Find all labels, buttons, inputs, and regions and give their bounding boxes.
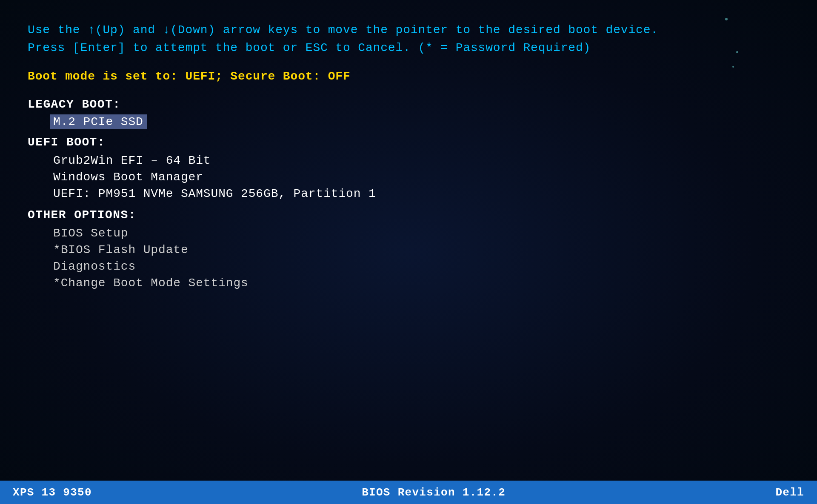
other-option-change-boot-mode[interactable]: *Change Boot Mode Settings [53,275,789,291]
legacy-boot-item-m2-pcie[interactable]: M.2 PCIe SSD [50,114,147,129]
status-bar-bios-revision: BIOS Revision 1.12.2 [362,486,506,499]
instruction-line2: Press [Enter] to attempt the boot or ESC… [28,39,789,57]
main-content: Use the ↑(Up) and ↓(Down) arrow keys to … [0,0,817,481]
other-option-bios-setup[interactable]: BIOS Setup [53,225,789,242]
legacy-boot-section: LEGACY BOOT: M.2 PCIe SSD [28,98,789,129]
other-option-diagnostics[interactable]: Diagnostics [53,258,789,275]
uefi-boot-header: UEFI BOOT: [28,136,789,149]
other-option-bios-flash[interactable]: *BIOS Flash Update [53,242,789,258]
other-options-section: OTHER OPTIONS: BIOS Setup *BIOS Flash Up… [28,208,789,291]
status-bar-model: XPS 13 9350 [13,486,92,499]
bios-screen: Use the ↑(Up) and ↓(Down) arrow keys to … [0,0,817,504]
uefi-boot-item-grub2win[interactable]: Grub2Win EFI – 64 Bit [53,152,789,169]
legacy-boot-header: LEGACY BOOT: [28,98,789,111]
uefi-boot-section: UEFI BOOT: Grub2Win EFI – 64 Bit Windows… [28,136,789,202]
uefi-boot-item-pm951[interactable]: UEFI: PM951 NVMe SAMSUNG 256GB, Partitio… [53,185,789,202]
boot-mode-line: Boot mode is set to: UEFI; Secure Boot: … [28,70,789,83]
instructions-text: Use the ↑(Up) and ↓(Down) arrow keys to … [28,21,789,57]
uefi-boot-item-windows[interactable]: Windows Boot Manager [53,169,789,185]
status-bar-brand: Dell [775,486,804,499]
instruction-line1: Use the ↑(Up) and ↓(Down) arrow keys to … [28,21,789,39]
status-bar: XPS 13 9350 BIOS Revision 1.12.2 Dell [0,481,817,504]
other-options-header: OTHER OPTIONS: [28,208,789,222]
